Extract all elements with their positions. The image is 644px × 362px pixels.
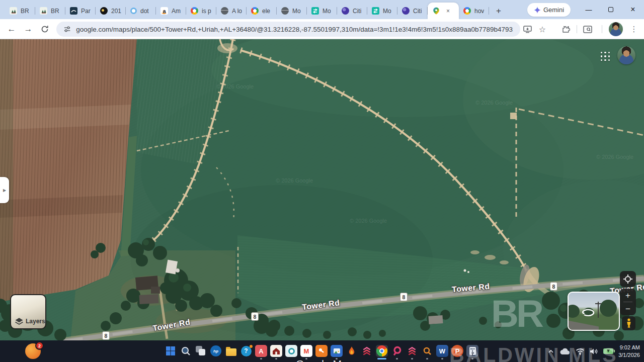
- browser-toolbar: ← → google.com/maps/place/500+Tower+Rd,+…: [0, 19, 644, 39]
- tab-label: ele: [262, 8, 270, 15]
- bookmark-star-icon[interactable]: ☆: [536, 23, 548, 35]
- forward-button[interactable]: →: [22, 23, 35, 36]
- gemini-sparkle-icon: [534, 7, 541, 14]
- address-bar[interactable]: google.com/maps/place/500+Tower+Rd,+Uria…: [56, 22, 520, 37]
- mls-logo-watermark: BR: [491, 295, 541, 333]
- browser-tab-bar: BR BR Par 201 dot a Am: [0, 0, 644, 19]
- route-shield: 8: [102, 331, 110, 340]
- minimize-button[interactable]: —: [578, 0, 600, 19]
- search-side-panel-icon[interactable]: [582, 23, 594, 35]
- tab-google-search-1[interactable]: is p: [186, 3, 216, 19]
- desktop-screen: BR BR Par 201 dot a Am: [0, 0, 644, 362]
- teal-app-icon[interactable]: [285, 345, 297, 357]
- gmail-app-icon[interactable]: M: [300, 345, 312, 357]
- gmail-m-logo: M: [304, 347, 309, 355]
- tab-citizens-1[interactable]: Citi: [337, 3, 367, 19]
- tab-dot[interactable]: dot: [126, 3, 156, 19]
- flame-icon: [347, 346, 356, 356]
- globe-favicon: [221, 7, 228, 15]
- tab-how[interactable]: hov: [459, 3, 489, 19]
- google-apps-grid-icon[interactable]: [600, 51, 611, 62]
- my-location-button[interactable]: [620, 271, 636, 287]
- realtor-app-icon[interactable]: [391, 345, 403, 357]
- tab-strip: BR BR Par 201 dot a Am: [5, 3, 489, 19]
- tab-label: 201: [111, 8, 121, 15]
- tab-label: BR: [51, 8, 59, 15]
- taskbar-notification-app-icon[interactable]: 2: [25, 343, 41, 359]
- swap-arrows-favicon: [372, 7, 379, 15]
- browser-menu-icon[interactable]: ⋮: [628, 23, 640, 35]
- site-settings-icon[interactable]: [63, 25, 71, 33]
- gemini-button[interactable]: Gemini: [527, 3, 571, 17]
- word-app-icon[interactable]: W: [436, 345, 448, 357]
- install-icon[interactable]: [521, 23, 533, 35]
- brokerage-favicon: [10, 7, 17, 15]
- start-button[interactable]: [165, 345, 177, 357]
- chart-favicon: [70, 7, 77, 15]
- folder-icon: [226, 348, 236, 356]
- tab-mortgage-1[interactable]: Mo: [307, 3, 337, 19]
- zoom-out-button[interactable]: −: [625, 305, 630, 313]
- airbnb-app-icon[interactable]: A: [255, 345, 267, 357]
- notification-badge: 2: [35, 341, 44, 350]
- extensions-icon[interactable]: [559, 23, 572, 35]
- pegman-icon: [626, 318, 632, 328]
- tab-label: Am: [172, 8, 181, 15]
- orange-app-icon[interactable]: [315, 345, 328, 357]
- question-icon: ?: [244, 347, 248, 354]
- tab-google-search-2[interactable]: ele: [247, 3, 277, 19]
- tab-citizens-2[interactable]: Citi: [397, 3, 428, 19]
- photos-app-icon[interactable]: [331, 345, 343, 357]
- browser-profile-avatar[interactable]: [609, 22, 623, 36]
- url-text: google.com/maps/place/500+Tower+Rd,+Uria…: [76, 26, 513, 33]
- google-maps-logo: Google Maps: [296, 358, 359, 362]
- tab-globe-2[interactable]: Mo: [277, 3, 307, 19]
- search-app-icon[interactable]: [421, 345, 433, 357]
- task-view-button[interactable]: [195, 345, 207, 357]
- back-button[interactable]: ←: [5, 23, 18, 36]
- tab-br-2[interactable]: BR: [35, 3, 65, 19]
- tab-mortgage-2[interactable]: Mo: [367, 3, 397, 19]
- chevron-stack-app-icon-1[interactable]: [361, 345, 373, 357]
- magnifier-icon: [423, 346, 432, 355]
- taskbar-clock[interactable]: 9:02 AM 3/1/2026: [618, 344, 640, 359]
- map-canvas[interactable]: © 2026 Google © 2026 Google © 2026 Googl…: [0, 39, 644, 340]
- tab-201[interactable]: 201: [96, 3, 126, 19]
- search-button[interactable]: [180, 345, 192, 357]
- google-favicon: [251, 7, 259, 15]
- chrome-app-icon[interactable]: [376, 345, 388, 357]
- account-avatar[interactable]: [617, 46, 635, 64]
- tab-label: dot: [140, 8, 149, 15]
- new-tab-button[interactable]: +: [492, 5, 505, 18]
- zoom-in-button[interactable]: +: [625, 291, 630, 300]
- globe-favicon: [281, 7, 289, 15]
- close-window-button[interactable]: ×: [622, 0, 644, 19]
- imagery-watermark: © 2026 Google: [216, 83, 254, 89]
- maximize-button[interactable]: [600, 0, 622, 19]
- chevrons-icon: [407, 346, 417, 356]
- tab-google-maps-active[interactable]: ×: [428, 3, 459, 19]
- tab-close-icon[interactable]: ×: [446, 8, 450, 14]
- maximize-icon: [608, 7, 613, 12]
- pegman-button[interactable]: [622, 316, 635, 330]
- reload-button[interactable]: [38, 23, 51, 36]
- flame-app-icon[interactable]: [346, 345, 358, 357]
- chevron-stack-app-icon-2[interactable]: [406, 345, 418, 357]
- tab-amazon[interactable]: a Am: [156, 3, 186, 19]
- side-panel-expand-button[interactable]: ▶: [0, 177, 9, 203]
- street-view-preview[interactable]: [568, 292, 620, 331]
- file-explorer-icon[interactable]: [225, 345, 237, 357]
- satellite-imagery: [0, 39, 644, 340]
- hp-app-icon[interactable]: hp: [210, 345, 222, 357]
- tab-globe-1[interactable]: A lo: [216, 3, 247, 19]
- tab-parcel[interactable]: Par: [65, 3, 96, 19]
- layers-button[interactable]: Layers: [10, 294, 46, 329]
- gemini-label: Gemini: [543, 6, 564, 14]
- swap-arrows-favicon: [311, 7, 319, 15]
- realty-house-app-icon[interactable]: [270, 345, 282, 357]
- zoom-divider: [623, 302, 632, 302]
- chevron-right-icon: ▶: [3, 188, 6, 193]
- tab-br-1[interactable]: BR: [5, 3, 35, 19]
- windows-icon: [166, 346, 176, 356]
- help-app-icon[interactable]: ?: [240, 345, 252, 357]
